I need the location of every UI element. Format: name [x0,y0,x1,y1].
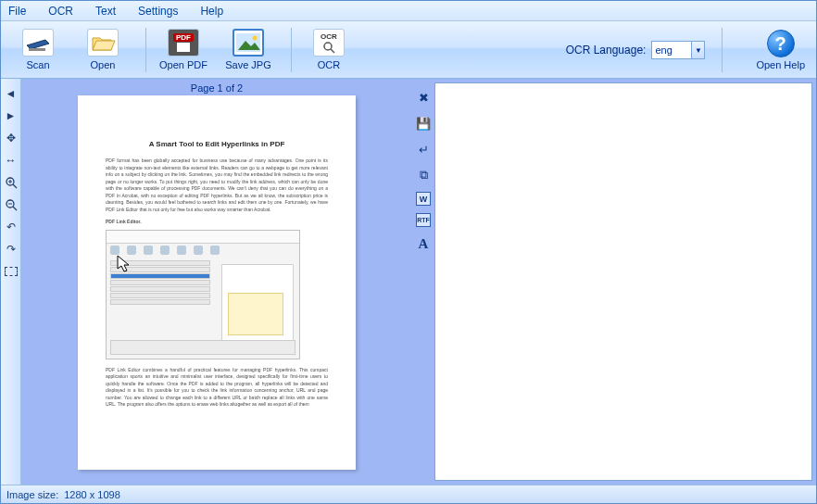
close-panel-icon[interactable]: ✖ [414,88,433,107]
undo-icon[interactable]: ↶ [3,219,19,235]
help-icon: ? [767,30,795,57]
toolbar-separator [145,28,146,72]
svg-rect-0 [29,48,45,51]
ocr-text-output[interactable] [434,82,812,481]
fit-icon[interactable]: ↔ [3,152,19,169]
open-pdf-label: Open PDF [159,59,207,70]
image-size-value: 1280 x 1098 [64,489,120,500]
scanner-icon [22,29,54,57]
doc-subhead: PDF Link Editor. [106,219,328,226]
doc-paragraph: PDF Link Editor combines a handful of pr… [106,367,328,409]
open-button[interactable]: Open [73,25,132,75]
menu-bar: File OCR Text Settings Help [1,1,816,21]
toolbar-right: OCR Language: eng ▼ ? Open Help [566,21,805,79]
menu-ocr[interactable]: OCR [48,5,73,18]
page-counter: Page 1 of 2 [191,79,243,95]
left-toolbar: ◄ ► ✥ ↔ ↶ ↷ [1,79,21,485]
font-icon[interactable]: A [414,234,433,253]
svg-point-4 [253,36,258,41]
selection-icon[interactable] [3,263,19,280]
chevron-down-icon: ▼ [691,42,704,58]
menu-text[interactable]: Text [95,5,116,18]
toolbar-separator [722,28,723,72]
pdf-file-icon: PDF [168,29,199,57]
status-bar: Image size: 1280 x 1098 [1,485,816,503]
open-help-label: Open Help [756,59,805,70]
ocr-icon: OCR [313,29,345,57]
svg-line-6 [331,49,334,53]
ocr-language-value: eng [655,44,672,56]
zoom-in-icon[interactable] [3,174,19,191]
embedded-screenshot [106,230,300,359]
save-jpg-label: Save JPG [225,59,271,70]
open-label: Open [91,59,116,70]
scan-button[interactable]: Scan [8,25,68,75]
redo-icon[interactable]: ↷ [3,241,19,258]
menu-settings[interactable]: Settings [138,5,178,18]
arrow-right-icon[interactable]: ► [3,107,19,124]
arrow-left-icon[interactable]: ◄ [3,85,19,102]
save-text-icon[interactable]: 💾 [414,114,433,132]
document-preview[interactable]: A Smart Tool to Edit Hyperlinks in PDF P… [78,95,356,470]
ocr-language-label: OCR Language: [566,44,647,57]
doc-paragraph: PDF format has been globally accepted fo… [106,158,328,213]
menu-help[interactable]: Help [200,5,223,18]
toolbar-separator [291,28,292,72]
save-jpg-button[interactable]: Save JPG [219,25,278,75]
word-wrap-icon[interactable]: ↵ [414,140,433,158]
scan-label: Scan [26,59,49,70]
svg-point-5 [324,43,332,50]
svg-line-12 [13,207,17,210]
folder-open-icon [87,29,119,57]
ocr-button[interactable]: OCR OCR [299,25,358,75]
ocr-label: OCR [318,59,340,70]
copy-icon[interactable]: ⧉ [414,166,433,184]
workspace: ◄ ► ✥ ↔ ↶ ↷ Page 1 of 2 A Smart Tool to … [1,79,816,485]
svg-rect-1 [177,43,190,52]
image-size-label: Image size: [6,489,58,500]
ocr-language-select[interactable]: eng ▼ [651,41,705,59]
rtf-format-icon[interactable]: RTF [416,213,431,227]
doc-title: A Smart Tool to Edit Hyperlinks in PDF [106,140,328,148]
menu-file[interactable]: File [8,5,26,18]
image-file-icon [233,29,264,57]
image-preview-pane: Page 1 of 2 A Smart Tool to Edit Hyperli… [21,79,412,485]
word-format-icon[interactable]: W [416,192,431,206]
zoom-out-icon[interactable] [3,196,19,213]
open-pdf-button[interactable]: PDF Open PDF [154,25,213,75]
center-toolbar: ✖ 💾 ↵ ⧉ W RTF A [412,79,434,485]
toolbar: Scan Open PDF Open PDF Save JPG OCR OCR … [1,21,816,79]
svg-line-8 [13,184,17,188]
move-icon[interactable]: ✥ [3,130,19,146]
open-help-button[interactable]: ? Open Help [756,30,805,70]
